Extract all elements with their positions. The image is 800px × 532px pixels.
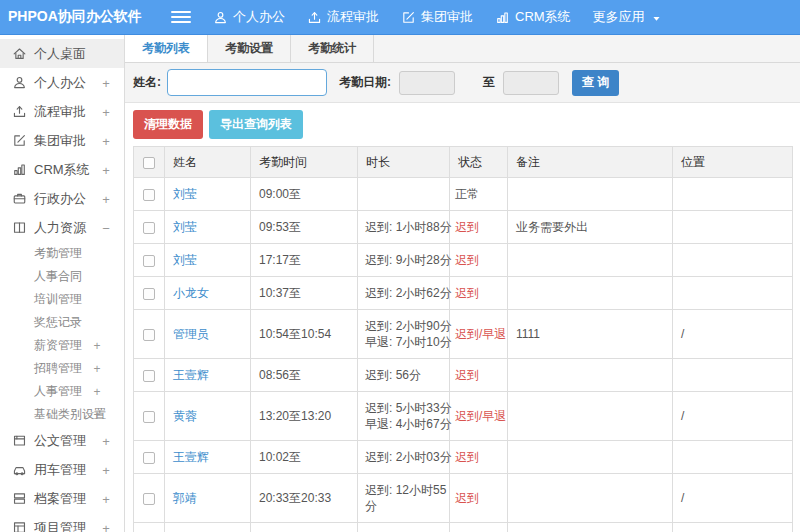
sidebar-item-label: CRM系统 [34, 161, 90, 179]
tab-attendance-settings[interactable]: 考勤设置 [208, 35, 291, 62]
remark-cell: 业务需要外出 [508, 211, 673, 244]
sidebar-item-label: 用车管理 [34, 461, 86, 479]
employee-link[interactable]: 黄蓉 [173, 409, 197, 423]
row-checkbox[interactable] [143, 255, 155, 267]
column-header: 备注 [508, 147, 673, 178]
top-header: PHPOA协同办公软件 个人办公流程审批集团审批CRM系统更多应用 [0, 0, 800, 35]
status-cell: 迟到/早退 [450, 310, 508, 359]
status-text: 正常 [455, 187, 479, 201]
expand-toggle[interactable]: + [91, 380, 103, 403]
remark-cell [508, 277, 673, 310]
sidebar-subitem[interactable]: 招聘管理+ [0, 357, 124, 380]
sidebar-item[interactable]: 公文管理+ [0, 426, 124, 455]
status-cell: 迟到 [450, 359, 508, 392]
expand-toggle[interactable]: + [100, 433, 112, 448]
nav-item[interactable]: CRM系统 [495, 8, 571, 26]
attendance-time-cell: 13:20至13:20 [251, 392, 358, 441]
expand-toggle[interactable]: + [100, 191, 112, 206]
date-from-input[interactable] [399, 71, 455, 95]
sidebar-subitem[interactable]: 薪资管理+ [0, 334, 124, 357]
row-checkbox[interactable] [143, 411, 155, 423]
sidebar-item[interactable]: 行政办公+ [0, 184, 124, 213]
table-row: 刘莹17:17至迟到: 9小时28分迟到 [134, 244, 793, 277]
sidebar-item[interactable]: 个人办公+ [0, 68, 124, 97]
expand-toggle[interactable]: + [100, 162, 112, 177]
select-all-checkbox[interactable] [143, 157, 155, 169]
expand-toggle[interactable]: + [100, 491, 112, 506]
status-cell: 正常 [450, 178, 508, 211]
sidebar-subitem[interactable]: 基础类别设置+ [0, 403, 124, 426]
expand-toggle[interactable]: + [91, 357, 103, 380]
menu-toggle-icon[interactable] [171, 8, 191, 26]
nav-item[interactable]: 个人办公 [213, 8, 285, 26]
sidebar-item-label: 流程审批 [34, 103, 86, 121]
filter-bar: 姓名: 考勤日期: 至 查 询 [125, 63, 800, 103]
tab-attendance-stats[interactable]: 考勤统计 [291, 35, 374, 62]
top-nav: 个人办公流程审批集团审批CRM系统更多应用 [213, 8, 685, 26]
clean-data-button[interactable]: 清理数据 [133, 110, 203, 139]
expand-toggle[interactable]: + [100, 133, 112, 148]
sidebar-subitem[interactable]: 奖惩记录 [0, 311, 124, 334]
column-header: 位置 [673, 147, 793, 178]
row-checkbox[interactable] [143, 189, 155, 201]
remark-cell [508, 359, 673, 392]
sidebar-subitem[interactable]: 人事管理+ [0, 380, 124, 403]
book-icon [12, 220, 27, 235]
sidebar-item[interactable]: CRM系统+ [0, 155, 124, 184]
duration-cell: 迟到: 5小时33分早退: 4小时67分 [358, 392, 450, 441]
employee-link[interactable]: 管理员 [173, 327, 209, 341]
date-to-label: 至 [483, 74, 495, 91]
employee-link[interactable]: 王壹辉 [173, 450, 209, 464]
expand-toggle[interactable]: + [100, 520, 112, 532]
sidebar-item[interactable]: 流程审批+ [0, 97, 124, 126]
expand-toggle[interactable]: + [100, 104, 112, 119]
row-checkbox[interactable] [143, 329, 155, 341]
attendance-time-cell: 10:54至10:54 [251, 310, 358, 359]
export-list-button[interactable]: 导出查询列表 [209, 110, 303, 139]
nav-item[interactable]: 集团审批 [401, 8, 473, 26]
expand-toggle[interactable]: + [91, 334, 103, 357]
tab-bar: 考勤列表考勤设置考勤统计 [125, 35, 800, 63]
employee-link[interactable]: 刘莹 [173, 220, 197, 234]
employee-link[interactable]: 王壹辉 [173, 368, 209, 382]
row-checkbox[interactable] [143, 370, 155, 382]
expand-toggle[interactable]: + [100, 75, 112, 90]
search-button[interactable]: 查 询 [572, 70, 619, 96]
employee-link[interactable]: 小龙女 [173, 286, 209, 300]
sidebar-item-label: 人力资源 [34, 219, 86, 237]
tab-attendance-list[interactable]: 考勤列表 [125, 35, 208, 62]
status-text: 迟到 [455, 286, 479, 300]
nav-item-label: CRM系统 [515, 8, 571, 26]
row-checkbox[interactable] [143, 452, 155, 464]
row-checkbox[interactable] [143, 288, 155, 300]
name-input[interactable] [167, 69, 327, 96]
expand-toggle[interactable]: + [100, 462, 112, 477]
sidebar-subitem-label: 人事管理 [34, 384, 82, 398]
duration-line: 早退: 4小时67分 [365, 416, 449, 432]
sidebar-subitem[interactable]: 培训管理 [0, 288, 124, 311]
attendance-time-cell: 17:17至 [251, 244, 358, 277]
column-header: 时长 [358, 147, 450, 178]
table-header-row: 姓名考勤时间时长状态备注位置 [134, 147, 793, 178]
expand-toggle[interactable]: − [100, 220, 112, 235]
sidebar-subitem[interactable]: 考勤管理 [0, 242, 124, 265]
sidebar-item[interactable]: 档案管理+ [0, 484, 124, 513]
employee-link[interactable]: 刘莹 [173, 187, 197, 201]
sidebar-item[interactable]: 个人桌面 [0, 39, 124, 68]
nav-item[interactable]: 流程审批 [307, 8, 379, 26]
attendance-time-cell: 09:53至 [251, 211, 358, 244]
sidebar-subitem-label: 培训管理 [34, 292, 82, 306]
sidebar-item[interactable]: 用车管理+ [0, 455, 124, 484]
sidebar-item[interactable]: 集团审批+ [0, 126, 124, 155]
date-to-input[interactable] [503, 71, 559, 95]
employee-link[interactable]: 刘莹 [173, 253, 197, 267]
employee-link[interactable]: 郭靖 [173, 491, 197, 505]
home-icon [12, 46, 27, 61]
sidebar-item[interactable]: 人力资源− [0, 213, 124, 242]
nav-item[interactable]: 更多应用 [593, 8, 663, 26]
sidebar-item[interactable]: 项目管理+ [0, 513, 124, 532]
expand-toggle[interactable]: + [91, 403, 103, 426]
row-checkbox[interactable] [143, 493, 155, 505]
sidebar-subitem[interactable]: 人事合同 [0, 265, 124, 288]
row-checkbox[interactable] [143, 222, 155, 234]
